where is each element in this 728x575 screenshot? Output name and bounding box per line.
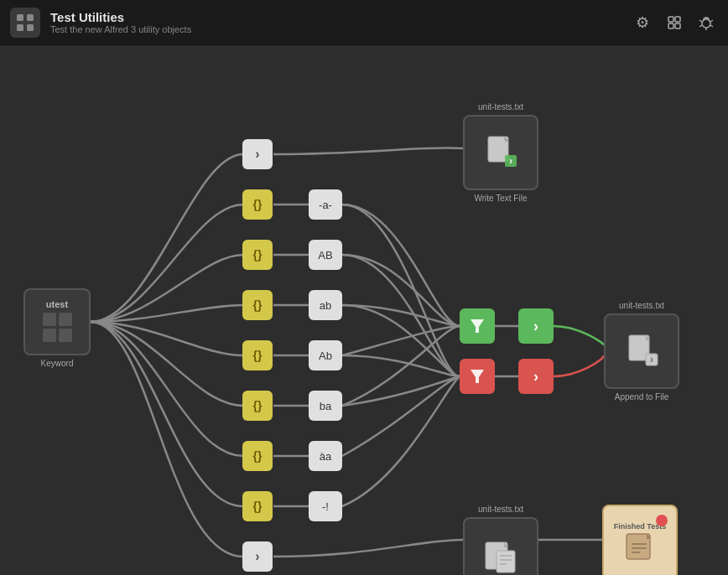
settings-button[interactable]: ⚙ [631,11,654,34]
text-label-1[interactable]: -a- [309,189,342,220]
curly-node-3[interactable]: {} [242,290,273,320]
text-label-3[interactable]: ab [309,290,342,320]
go-red-node[interactable]: › [518,359,554,394]
svg-rect-2 [17,24,23,31]
arrow-bottom-box: › [242,541,273,572]
open-file-filename: unit-tests.txt [478,505,523,514]
svg-text:›: › [509,155,512,167]
keyword-label: Keyword [41,359,74,368]
curly-node-7[interactable]: {} [242,491,273,521]
curly-node-5[interactable]: {} [242,391,273,421]
text-label-2[interactable]: AB [309,240,342,270]
write-file-label: Write Text File [475,194,528,203]
text-label-7[interactable]: -! [309,491,342,521]
go-green-node[interactable]: › [518,308,554,344]
append-file-filename: unit-tests.txt [619,301,664,310]
add-button[interactable] [663,11,686,34]
open-file-node[interactable]: unit-tests.txt Open File [463,505,538,575]
text-label-7-box: -! [309,491,342,521]
keyword-node[interactable]: utest Keyword [23,288,91,368]
write-file-box: › [463,115,538,190]
filter-red-node[interactable] [460,359,495,394]
notification-box: Finished Tests [602,505,678,575]
svg-text:›: › [650,354,653,365]
svg-line-13 [710,25,713,27]
text-label-2-box: AB [309,240,342,270]
notification-node[interactable]: Finished Tests Post Notification [602,505,678,575]
svg-point-8 [702,19,710,28]
arrow-top-box: › [242,139,273,169]
filter-green-node[interactable] [460,308,495,344]
append-file-box: › [604,313,679,389]
svg-marker-16 [471,370,484,383]
arrow-bottom-node[interactable]: › [242,541,273,572]
bug-button[interactable] [694,11,718,34]
text-label-5[interactable]: ba [309,391,342,421]
svg-rect-7 [675,23,680,28]
svg-line-10 [699,20,702,22]
append-file-node[interactable]: unit-tests.txt › Append to File [604,301,679,401]
svg-marker-15 [471,319,484,333]
write-file-filename: unit-tests.txt [478,102,523,111]
svg-rect-4 [668,17,673,22]
svg-rect-3 [27,24,34,31]
svg-rect-28 [627,534,650,559]
text-label-6[interactable]: àa [309,441,342,471]
text-label-4-box: Ab [309,340,342,370]
curly-node-1[interactable]: {} [242,189,273,220]
curly-node-6[interactable]: {} [242,441,273,471]
notification-dot [656,515,668,526]
svg-rect-0 [17,14,23,21]
svg-line-12 [699,25,702,27]
text-label-1-box: -a- [309,189,342,220]
header-subtitle: Test the new Alfred 3 utility objects [50,24,631,34]
arrow-top-node[interactable]: › [242,139,273,169]
keyword-grid-icon [43,313,72,342]
append-file-label: Append to File [615,392,669,401]
open-file-box [463,517,538,575]
curly-node-4[interactable]: {} [242,340,273,370]
curly-node-2[interactable]: {} [242,240,273,270]
header-actions: ⚙ [631,11,718,34]
write-file-node[interactable]: unit-tests.txt › Write Text File [463,102,538,203]
workflow-canvas[interactable]: utest Keyword › {} {} {} {} {} {} {} -a [0,45,728,575]
svg-rect-5 [675,17,680,22]
svg-rect-1 [27,14,34,21]
text-label-3-box: ab [309,290,342,320]
header-text: Test Utilities Test the new Alfred 3 uti… [50,10,631,34]
text-label-4[interactable]: Ab [309,340,342,370]
text-label-6-box: àa [309,441,342,471]
svg-rect-6 [668,23,673,28]
app-icon [10,8,40,38]
svg-rect-24 [497,551,515,572]
header: Test Utilities Test the new Alfred 3 uti… [0,0,728,45]
header-title: Test Utilities [50,10,631,24]
svg-line-11 [710,20,713,22]
text-label-5-box: ba [309,391,342,421]
keyword-box: utest [23,288,91,355]
keyword-text: utest [46,299,68,309]
